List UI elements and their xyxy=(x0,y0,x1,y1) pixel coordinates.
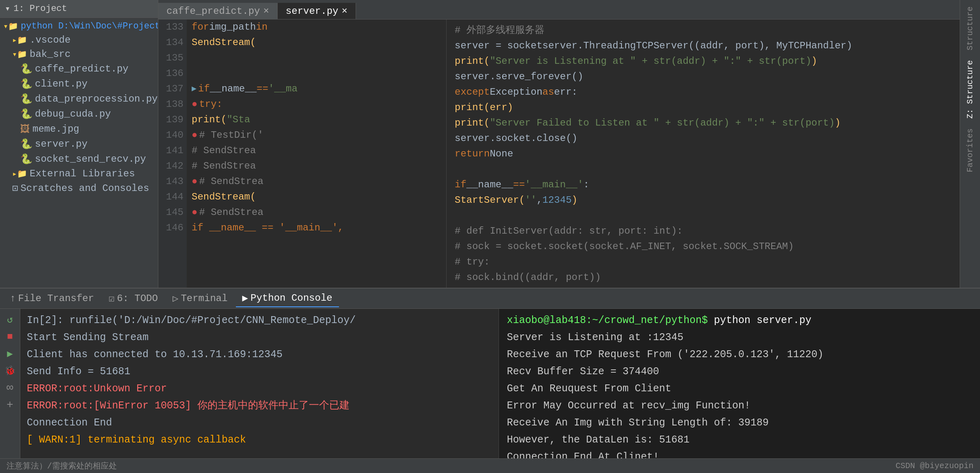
status-bar: 注意算法）/需搜索处的相应处 CSDN @biyezuopin xyxy=(0,458,980,473)
tree-item-client[interactable]: 🐍 client.py xyxy=(0,76,158,91)
breakpoint-138: ● xyxy=(192,97,197,112)
tree-item-python-root[interactable]: ▾📁 python D:\Win\Doc\#Project\CNN_Rem xyxy=(0,20,158,33)
run-button[interactable]: ▶ xyxy=(3,346,17,361)
server-line-3: print("Server is Listening at " + str(ad… xyxy=(455,54,952,69)
tree-item-bak-src[interactable]: ▾📁 bak_src xyxy=(0,47,158,61)
term-line-listening: Server is Listening at :12345 xyxy=(507,329,972,346)
term-line-connend: Connection End At Clinet! xyxy=(507,449,972,458)
tab-python-console[interactable]: ▶ Python Console xyxy=(236,290,339,307)
tab-label-server: server.py xyxy=(286,6,339,17)
file-transfer-icon: ↑ xyxy=(10,293,15,304)
tree-label-bak: bak_src xyxy=(30,49,71,60)
tree-label-meme: meme.jpg xyxy=(32,124,79,135)
server-panel-right: # 外部多线程服务器 server = socketserver.Threadi… xyxy=(447,20,960,288)
project-sidebar: ▾ 1: Project ▾📁 python D:\Win\Doc\#Proje… xyxy=(0,0,158,288)
code-line-145: ● # SendStrea xyxy=(192,205,441,220)
server-line-14: # def InitServer(addr: str, port: int): xyxy=(455,223,952,239)
tree-item-vscode[interactable]: ▸📁 .vscode xyxy=(0,33,158,47)
tree-item-debugcuda[interactable]: 🐍 debug_cuda.py xyxy=(0,106,158,122)
server-code-content: # 外部多线程服务器 server = socketserver.Threadi… xyxy=(447,20,960,288)
close-caffe-tab[interactable]: × xyxy=(263,6,269,17)
breakpoint-145: ● xyxy=(192,205,197,220)
code-line-133: for img_path in xyxy=(192,20,441,35)
terminal-panel: xiaobo@lab418:~/crowd_net/python$ python… xyxy=(499,309,980,458)
stop-button[interactable]: ■ xyxy=(3,329,17,344)
tab-caffe-predict[interactable]: caffe_predict.py × xyxy=(158,3,278,19)
server-line-10 xyxy=(455,162,952,177)
tree-label-caffe: caffe_predict.py xyxy=(35,63,128,74)
tree-item-dataprep[interactable]: 🐍 data_preprocession.py xyxy=(0,91,158,106)
py-icon-server: 🐍 xyxy=(20,138,32,150)
console-line-sendinfo: Send Info = 51681 xyxy=(27,363,492,380)
add-console-button[interactable]: + xyxy=(3,397,17,412)
term-line-errrecv: Error May Occurred at recv_img Function! xyxy=(507,397,972,414)
console-line-connected: Client has connected to 10.13.71.169:123… xyxy=(27,346,492,363)
bottom-tabs-bar: ↑ File Transfer ☑ 6: TODO ▷ Terminal ▶ P… xyxy=(0,289,980,309)
tree-label-dataprep: data_preprocession.py xyxy=(35,93,158,104)
close-server-tab[interactable]: × xyxy=(341,6,347,17)
code-panel-left: 133 134 135 136 137 138 139 140 141 142 … xyxy=(158,20,447,288)
code-line-137: ▶ if __name__ == '__ma xyxy=(192,81,441,97)
right-tab-z-structure[interactable]: Z: Structure xyxy=(964,57,976,122)
code-line-143: ● # SendStrea xyxy=(192,174,441,189)
server-line-2: server = socketserver.ThreadingTCPServer… xyxy=(455,38,952,54)
tree-item-extlibs[interactable]: ▸📁 External Libraries xyxy=(0,167,158,181)
main-layout: ▾ 1: Project ▾📁 python D:\Win\Doc\#Proje… xyxy=(0,0,980,473)
tree-item-caffe[interactable]: 🐍 caffe_predict.py xyxy=(0,61,158,76)
lightbulb-144[interactable]: 💡 xyxy=(187,189,188,205)
code-line-146: if __name__ == '__main__', xyxy=(192,220,441,236)
sidebar-header: ▾ 1: Project xyxy=(0,0,158,18)
server-line-11: if __name__ == '__main__': xyxy=(455,177,952,193)
sidebar-title: 1: Project xyxy=(13,4,67,14)
server-line-4: server.serve_forever() xyxy=(455,69,952,85)
profile-button[interactable]: ∞ xyxy=(3,380,17,395)
tab-label-terminal: Terminal xyxy=(181,293,227,304)
term-line-imglen: Receive An Img with String Length of: 39… xyxy=(507,414,972,432)
server-line-13 xyxy=(455,208,952,223)
tree-item-scratches[interactable]: ⊡ Scratches and Consoles xyxy=(0,181,158,196)
server-line-16: # try: xyxy=(455,254,952,270)
console-toolbar: ↺ ■ ▶ 🐞 ∞ + xyxy=(0,309,20,458)
rerun-button[interactable]: ↺ xyxy=(3,312,17,327)
folder-icon-vscode: ▸📁 xyxy=(12,35,27,45)
tree-item-meme[interactable]: 🖼 meme.jpg xyxy=(0,122,158,137)
status-left-text: 注意算法）/需搜索处的相应处 xyxy=(6,460,117,471)
line-numbers: 133 134 135 136 137 138 139 140 141 142 … xyxy=(158,20,187,288)
todo-icon: ☑ xyxy=(109,293,114,304)
sidebar-collapse-icon[interactable]: ▾ xyxy=(5,3,10,14)
project-tree: ▾📁 python D:\Win\Doc\#Project\CNN_Rem ▸📁… xyxy=(0,18,158,288)
tree-item-socketsend[interactable]: 🐍 socket_send_recv.py xyxy=(0,152,158,167)
tab-file-transfer[interactable]: ↑ File Transfer xyxy=(3,291,101,306)
editor-area: caffe_predict.py × server.py × 133 134 xyxy=(158,0,960,288)
server-line-6: print(err) xyxy=(455,100,952,115)
code-text-left[interactable]: for img_path in SendStream( ▶ if __name_… xyxy=(187,20,446,288)
debug-button[interactable]: 🐞 xyxy=(3,363,17,378)
right-tab-structure[interactable]: Structure xyxy=(964,3,976,54)
tab-label-todo: 6: TODO xyxy=(117,293,158,304)
py-icon-debugcuda: 🐍 xyxy=(20,108,32,120)
folder-icon-bak: ▾📁 xyxy=(12,49,27,59)
tree-label-debugcuda: debug_cuda.py xyxy=(35,108,111,119)
server-line-8: server.socket.close() xyxy=(455,131,952,146)
status-right-text: CSDN @biyezuopin xyxy=(896,461,974,471)
console-line-warn: [ WARN:1] terminating async callback xyxy=(27,432,492,449)
code-line-136 xyxy=(192,66,441,81)
tab-server-py[interactable]: server.py × xyxy=(278,3,356,19)
server-line-18: # sock.listen(100) xyxy=(455,285,952,288)
content-area: ▾ 1: Project ▾📁 python D:\Win\Doc\#Proje… xyxy=(0,0,980,288)
code-line-139: print("Sta xyxy=(192,112,441,128)
run-arrow-137: ▶ xyxy=(192,81,196,97)
py-icon-client: 🐍 xyxy=(20,78,32,90)
tree-item-server[interactable]: 🐍 server.py xyxy=(0,137,158,152)
right-tab-favorites[interactable]: Favorites xyxy=(964,125,976,176)
py-icon-socketsend: 🐍 xyxy=(20,153,32,165)
tab-todo[interactable]: ☑ 6: TODO xyxy=(102,290,164,307)
tree-label-python: python D:\Win\Doc\#Project\CNN_Rem xyxy=(21,21,158,31)
term-line-datalen: However, the DataLen is: 51681 xyxy=(507,432,972,449)
server-line-9: return None xyxy=(455,146,952,162)
term-line-cmd: xiaobo@lab418:~/crowd_net/python$ python… xyxy=(507,312,972,329)
tab-terminal[interactable]: ▷ Terminal xyxy=(166,290,234,307)
py-icon-dataprep: 🐍 xyxy=(20,93,32,105)
server-line-7: print("Server Failed to Listen at " + st… xyxy=(455,115,952,131)
tab-label-python-console: Python Console xyxy=(250,293,332,304)
